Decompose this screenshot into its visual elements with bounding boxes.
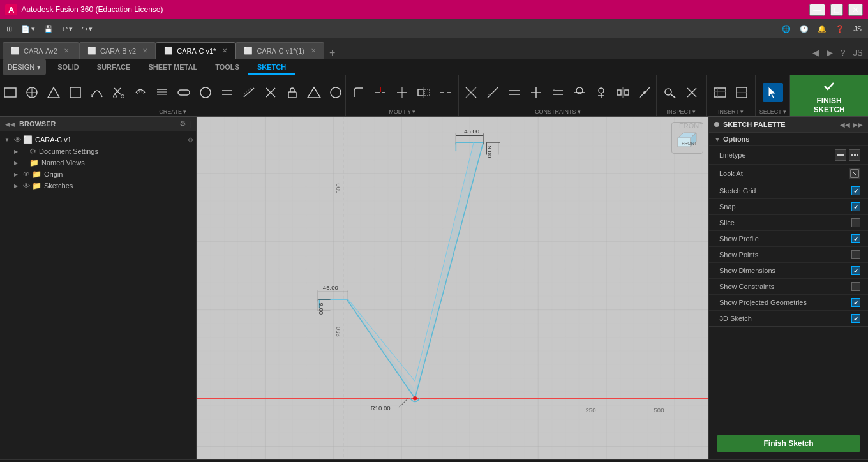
tree-item-root[interactable]: ▼ 👁 ⬜ CARA-C v1 ⚙ bbox=[0, 134, 196, 145]
fix-constraint[interactable] bbox=[591, 83, 611, 102]
offset-tool[interactable] bbox=[130, 83, 151, 102]
equal-constraint[interactable] bbox=[548, 83, 568, 102]
circle3-tool[interactable] bbox=[326, 83, 346, 102]
tab-help[interactable]: ? bbox=[838, 47, 848, 59]
history-icon[interactable]: 🕐 bbox=[796, 23, 812, 35]
show-constraints-checkbox[interactable] bbox=[851, 282, 860, 291]
diagonal-tool[interactable] bbox=[239, 83, 259, 102]
finish-sketch-button[interactable]: FINISH SKETCH bbox=[790, 75, 868, 116]
minimize-button[interactable]: — bbox=[809, 4, 825, 16]
tab-close-icon[interactable]: ✕ bbox=[142, 47, 147, 54]
undo-button[interactable]: ↩▾ bbox=[58, 23, 77, 35]
extend-tool[interactable] bbox=[392, 83, 412, 102]
slice-checkbox[interactable] bbox=[851, 218, 860, 227]
palette-pin-button[interactable]: ◀◀ bbox=[840, 121, 850, 128]
tree-settings-icon[interactable]: ⚙ bbox=[188, 137, 193, 144]
linetype-solid-button[interactable] bbox=[835, 149, 846, 161]
show-projected-checkbox[interactable] bbox=[851, 298, 860, 307]
insert-canvas-tool[interactable] bbox=[731, 83, 752, 102]
measure-tool[interactable] bbox=[660, 83, 680, 102]
tab-nav-right[interactable]: ▶ bbox=[824, 47, 835, 59]
tab-nav-left[interactable]: ◀ bbox=[810, 47, 821, 59]
insert-image-tool[interactable] bbox=[710, 83, 730, 102]
palette-expand-button[interactable]: ▶▶ bbox=[853, 121, 863, 128]
show-dimensions-checkbox[interactable] bbox=[851, 266, 860, 275]
view-cube[interactable]: FRONT bbox=[671, 122, 703, 154]
app-menu-button[interactable]: ⊞ bbox=[3, 23, 16, 35]
x-tool[interactable] bbox=[260, 83, 281, 102]
parallel-constraint[interactable] bbox=[504, 83, 525, 102]
new-tab-button[interactable]: + bbox=[324, 47, 340, 59]
interference-tool[interactable] bbox=[682, 83, 702, 102]
user-icon[interactable]: JS bbox=[849, 23, 865, 34]
tree-item-origin[interactable]: ▶ 👁 📁 Origin bbox=[0, 168, 196, 180]
save-button[interactable]: 💾 bbox=[40, 23, 57, 35]
view-cube-icon: FRONT bbox=[675, 125, 700, 151]
tree-item-named-views[interactable]: ▶ 📁 Named Views bbox=[0, 157, 196, 168]
line-double-tool[interactable] bbox=[217, 83, 237, 102]
arc-tool[interactable] bbox=[87, 83, 107, 102]
linetype-dashed-button[interactable] bbox=[849, 149, 860, 161]
tree-item-doc-settings[interactable]: ▶ ⚙ Document Settings bbox=[0, 145, 196, 157]
show-points-checkbox[interactable] bbox=[851, 250, 860, 259]
tree-visibility-icon[interactable]: 👁 bbox=[13, 136, 22, 144]
perp-constraint[interactable] bbox=[526, 83, 546, 102]
browser-settings-button[interactable]: ⚙ bbox=[179, 119, 186, 128]
tab-user[interactable]: JS bbox=[850, 47, 865, 59]
close-button[interactable]: ✕ bbox=[848, 4, 863, 16]
coincident-constraint[interactable] bbox=[461, 83, 481, 102]
sheet-metal-tab[interactable]: SHEET METAL bbox=[139, 61, 206, 75]
viewport[interactable]: 45.00 9.00 45.00 9.00 R10.00 500 250 250 bbox=[197, 117, 708, 459]
3d-sketch-checkbox[interactable] bbox=[851, 314, 860, 323]
select-tool[interactable] bbox=[763, 83, 783, 102]
sketch-tab[interactable]: SKETCH bbox=[248, 61, 295, 75]
create-label: CREATE▾ bbox=[159, 108, 186, 115]
file-menu-button[interactable]: 📄▾ bbox=[17, 23, 39, 35]
midpoint-constraint[interactable] bbox=[634, 83, 655, 102]
solid-tab[interactable]: SOLID bbox=[49, 61, 88, 75]
browser-collapse-right-button[interactable]: | bbox=[189, 119, 191, 128]
tree-item-sketches[interactable]: ▶ 👁 📁 Sketches bbox=[0, 180, 196, 191]
tab-close-icon[interactable]: ✕ bbox=[64, 47, 69, 54]
tools-tab[interactable]: TOOLS bbox=[206, 61, 248, 75]
tab-close-icon[interactable]: ✕ bbox=[311, 47, 316, 54]
browser-collapse-button[interactable]: ◀◀ bbox=[5, 121, 15, 128]
square-tool[interactable] bbox=[65, 83, 86, 102]
tab-cara-bv2[interactable]: ⬜ CARA-B v2 ✕ bbox=[79, 42, 156, 59]
scissor-tool[interactable] bbox=[108, 83, 129, 102]
tree-visibility-icon[interactable]: 👁 bbox=[22, 182, 31, 190]
sketch-grid-checkbox[interactable] bbox=[851, 186, 860, 195]
tab-cara-cv1[interactable]: ⬜ CARA-C v1* ✕ bbox=[156, 42, 236, 59]
notification-icon[interactable]: 🔔 bbox=[814, 23, 830, 35]
tree-visibility-icon[interactable]: 👁 bbox=[22, 170, 31, 178]
break-tool[interactable] bbox=[435, 83, 456, 102]
options-section-header[interactable]: ▼ Options bbox=[709, 133, 868, 145]
triangle-tool[interactable] bbox=[43, 83, 64, 102]
online-icon[interactable]: 🌐 bbox=[778, 23, 795, 35]
triangle2-tool[interactable] bbox=[304, 83, 324, 102]
maximize-button[interactable]: □ bbox=[830, 4, 843, 16]
tab-close-icon[interactable]: ✕ bbox=[222, 47, 227, 54]
tangent-constraint[interactable] bbox=[569, 83, 590, 102]
snap-checkbox[interactable] bbox=[851, 202, 860, 211]
lock-tool[interactable] bbox=[282, 83, 303, 102]
rectangle-tool[interactable] bbox=[0, 83, 20, 102]
fillet-tool[interactable] bbox=[348, 83, 369, 102]
tab-cara-cv1-1[interactable]: ⬜ CARA-C v1*(1) ✕ bbox=[236, 42, 324, 59]
finish-sketch-palette-button[interactable]: Finish Sketch bbox=[717, 435, 860, 452]
show-profile-checkbox[interactable] bbox=[851, 234, 860, 243]
circle-tool[interactable] bbox=[22, 83, 42, 102]
design-workspace-button[interactable]: DESIGN ▾ bbox=[3, 59, 46, 75]
circle2-tool[interactable] bbox=[195, 83, 216, 102]
rectangle-slot-tool[interactable] bbox=[174, 83, 194, 102]
hatch-tool[interactable] bbox=[152, 83, 172, 102]
look-at-button[interactable] bbox=[849, 168, 860, 179]
collinear-constraint[interactable] bbox=[483, 83, 503, 102]
tab-cara-av2[interactable]: ⬜ CARA-Av2 ✕ bbox=[3, 42, 79, 59]
surface-tab[interactable]: SURFACE bbox=[88, 61, 140, 75]
help-icon[interactable]: ❓ bbox=[832, 23, 848, 35]
mirror-tool[interactable] bbox=[414, 83, 434, 102]
trim-tool[interactable] bbox=[370, 83, 391, 102]
redo-button[interactable]: ↪▾ bbox=[78, 23, 96, 35]
sym-constraint[interactable] bbox=[613, 83, 633, 102]
